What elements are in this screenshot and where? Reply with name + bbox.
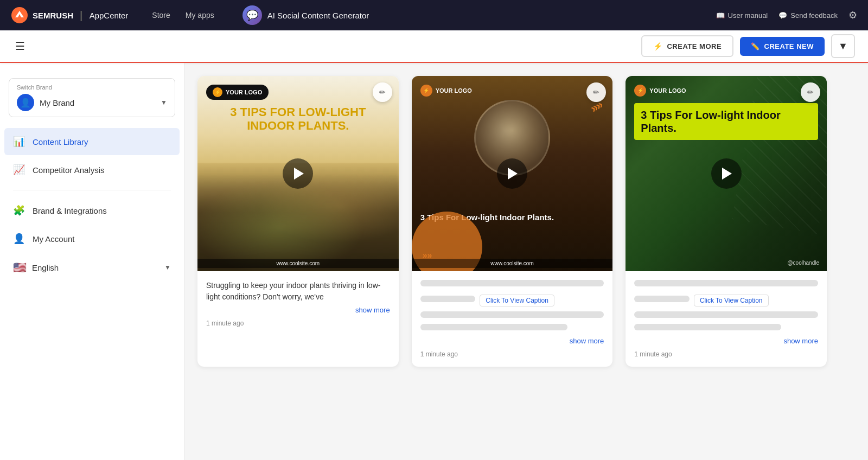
card-1-caption: Struggling to keep your indoor plants th… [206,280,390,303]
language-dropdown-arrow: ▼ [164,264,171,271]
person-icon: 👤 [20,98,31,108]
card-3-logo-icon: ⚡ [634,85,646,97]
brand-name: My Brand [40,98,155,107]
lightning-icon: ⚡ [653,42,663,50]
card-3-info: Click To View Caption show more 1 minute… [626,271,827,367]
card-3-content: ⚡ YOUR LOGO 3 Tips For Low-light Indoor … [626,76,827,149]
brand-avatar: 👤 [17,94,34,111]
filter-button[interactable]: ▼ [831,34,855,58]
svg-point-0 [11,7,28,23]
card-3-blurred-line-2-row: Click To View Caption [634,292,818,309]
sidebar-item-brand-integrations[interactable]: 🧩 Brand & Integrations [4,197,180,224]
book-icon: 📖 [716,11,725,20]
blurred-line-2-row: Click To View Caption [420,292,604,309]
card-3-blurred-line-4 [634,324,781,330]
app-icon: 💬 [242,5,262,25]
dropdown-arrow-icon: ▼ [161,99,167,106]
hamburger-menu[interactable]: ☰ [13,37,27,55]
my-account-label: My Account [33,234,75,244]
card-2-play-button[interactable] [497,158,527,189]
nav-links: Store My apps [145,8,220,23]
sub-nav-actions: ⚡ CREATE MORE ✏️ CREATE NEW ▼ [641,34,855,58]
card-1-show-more[interactable]: show more [206,306,390,314]
card-1-edit-button[interactable]: ✏ [373,82,392,102]
competitor-analysis-label: Competitor Analysis [33,165,105,175]
competitor-analysis-icon: 📈 [13,164,25,176]
card-1-logo: ⚡ YOUR LOGO [206,85,269,100]
card-2-show-more[interactable]: show more [420,337,604,345]
card-3-time: 1 minute ago [634,350,818,358]
sidebar-item-my-account[interactable]: 👤 My Account [4,225,180,252]
app-title-text: AI Social Content Generator [267,11,369,20]
content-library-icon: 📊 [13,136,25,148]
card-1-title: 3 TIPS FOR LOW-LIGHT INDOOR PLANTS. [206,105,390,133]
store-link[interactable]: Store [145,8,176,23]
card-3-play-button[interactable] [711,158,742,189]
semrush-logo[interactable]: SEMRUSH | AppCenter [11,7,128,24]
card-2-time: 1 minute ago [420,350,604,358]
nav-items: 📊 Content Library 📈 Competitor Analysis … [0,128,184,252]
sidebar: Switch Brand 👤 My Brand ▼ 📊 Content Libr… [0,63,184,460]
card-3-blurred-line-3 [634,311,818,318]
chat-icon: 💬 [778,11,787,20]
play-triangle-icon [294,168,304,180]
send-feedback-link[interactable]: 💬 Send feedback [778,11,838,20]
semrush-text: SEMRUSH [33,11,73,20]
content-card-3: ⚡ YOUR LOGO 3 Tips For Low-light Indoor … [626,76,827,367]
card-2-info: Click To View Caption show more 1 minute… [412,271,613,367]
switch-brand-label: Switch Brand [17,84,167,91]
sidebar-item-competitor-analysis[interactable]: 📈 Competitor Analysis [4,156,180,183]
create-new-button[interactable]: ✏️ CREATE NEW [740,37,825,56]
card-1-play-button[interactable] [283,158,313,189]
card-2-logo-text: YOUR LOGO [436,87,472,94]
main-content: ⚡ YOUR LOGO 3 TIPS FOR LOW-LIGHT INDOOR … [184,63,868,460]
filter-icon: ▼ [838,41,848,52]
sidebar-divider [13,190,171,190]
card-3-blurred-line-1 [634,280,818,286]
card-3-show-more[interactable]: show more [634,337,818,345]
language-label: English [32,263,59,272]
blurred-line-1 [420,280,604,286]
brand-integrations-icon: 🧩 [13,205,25,216]
card-2-click-to-view[interactable]: Click To View Caption [480,295,554,306]
card-1-logo-text: YOUR LOGO [226,89,262,95]
card-2-image: ⚡ YOUR LOGO »» 3 Tips For Low-light Indo… [412,76,613,271]
card-3-logo-text: YOUR LOGO [649,87,686,94]
sub-navigation: ☰ ⚡ CREATE MORE ✏️ CREATE NEW ▼ [0,30,868,63]
appcenter-text: AppCenter [90,11,129,20]
play-triangle-2-icon [508,168,518,180]
card-3-title-box: 3 Tips For Low-light Indoor Plants. [634,103,818,140]
play-triangle-3-icon [722,168,732,180]
nav-divider: | [80,9,83,22]
top-navigation: SEMRUSH | AppCenter Store My apps 💬 AI S… [0,0,868,30]
sidebar-item-content-library[interactable]: 📊 Content Library [4,128,180,155]
content-library-label: Content Library [33,137,88,146]
card-1-time: 1 minute ago [206,320,390,327]
card-3-edit-button[interactable]: ✏ [801,82,820,102]
card-3-logo: ⚡ YOUR LOGO [634,85,818,97]
card-3-image: ⚡ YOUR LOGO 3 Tips For Low-light Indoor … [626,76,827,271]
card-2-blurred-text: Click To View Caption [420,280,604,334]
card-2-url: www.coolsite.com [412,259,613,268]
blurred-line-3 [420,311,604,318]
create-more-button[interactable]: ⚡ CREATE MORE [641,35,733,57]
card-1-image: ⚡ YOUR LOGO 3 TIPS FOR LOW-LIGHT INDOOR … [197,76,399,271]
card-3-click-to-view[interactable]: Click To View Caption [694,295,769,306]
my-account-icon: 👤 [13,233,25,245]
card-2-bottom-arrows-icon: »» [423,251,432,260]
pencil-icon: ✏️ [751,42,760,50]
card-1-url: www.coolsite.com [197,259,399,268]
myapps-link[interactable]: My apps [179,8,221,23]
logo-bolt: ⚡ [213,87,222,97]
flag-icon: 🇺🇸 [13,261,27,274]
settings-icon[interactable]: ⚙ [848,9,857,21]
content-card-1: ⚡ YOUR LOGO 3 TIPS FOR LOW-LIGHT INDOOR … [197,76,399,367]
brand-integrations-label: Brand & Integrations [33,206,107,215]
brand-switcher[interactable]: Switch Brand 👤 My Brand ▼ [9,78,175,117]
main-layout: Switch Brand 👤 My Brand ▼ 📊 Content Libr… [0,63,868,460]
card-2-logo-icon: ⚡ [420,85,432,97]
card-3-handle: @coolhandle [787,260,819,266]
language-selector[interactable]: 🇺🇸 English ▼ [4,253,180,282]
user-manual-link[interactable]: 📖 User manual [716,11,768,20]
card-3-blurred-text: Click To View Caption [634,280,818,334]
